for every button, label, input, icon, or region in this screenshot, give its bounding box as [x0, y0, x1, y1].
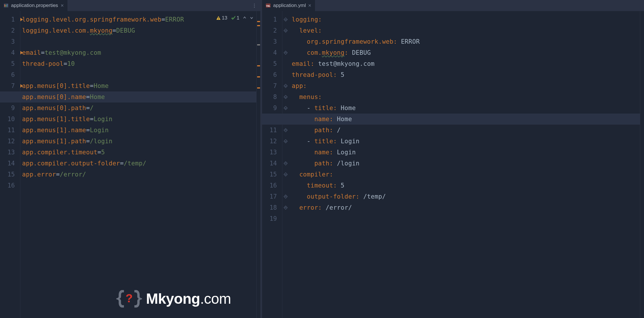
code-line[interactable]: [20, 180, 256, 191]
line-number[interactable]: 4: [0, 47, 20, 58]
line-number[interactable]: 12: [0, 136, 20, 147]
line-number[interactable]: 15: [262, 169, 282, 180]
code-line[interactable]: email=test@mkyong.com: [20, 47, 256, 58]
code-line[interactable]: app.menus[0].name=Home: [20, 91, 256, 103]
warning-marker[interactable]: [257, 87, 260, 89]
tab-overflow-icon[interactable]: ⋮: [249, 0, 260, 11]
tab-application-properties[interactable]: application.properties ✕: [0, 0, 68, 11]
fold-expand-icon[interactable]: [284, 172, 288, 176]
line-number[interactable]: 3: [0, 36, 20, 47]
code-line[interactable]: name: Login: [290, 147, 640, 158]
code-line[interactable]: timeout: 5: [290, 180, 640, 191]
code-line[interactable]: app.menus[1].title=Login: [20, 114, 256, 125]
fold-collapse-icon[interactable]: [284, 206, 288, 210]
fold-expand-icon[interactable]: [284, 95, 288, 99]
code-line[interactable]: output-folder: /temp/: [290, 191, 640, 202]
gutter-left[interactable]: 12345678910111213141516: [0, 11, 20, 318]
code-area-right[interactable]: logging: level: org.springframework.web:…: [290, 11, 640, 318]
line-number[interactable]: 6: [262, 69, 282, 80]
code-line[interactable]: name: Home: [290, 114, 640, 125]
line-number[interactable]: 5: [262, 58, 282, 69]
line-number[interactable]: 6: [0, 69, 20, 80]
inspections-widget[interactable]: 13 1: [215, 15, 255, 22]
fold-expand-icon[interactable]: [284, 139, 288, 143]
info-marker[interactable]: [257, 44, 260, 45]
fold-collapse-icon[interactable]: [284, 128, 288, 132]
line-number[interactable]: 2: [262, 25, 282, 36]
line-number[interactable]: 16: [262, 180, 282, 191]
code-line[interactable]: path: /login: [290, 158, 640, 169]
code-area-left[interactable]: logging.level.org.springframework.web=ER…: [20, 11, 256, 318]
fold-expand-icon[interactable]: [284, 84, 288, 88]
warnings-count[interactable]: 13: [216, 15, 227, 21]
fold-collapse-icon[interactable]: [284, 51, 288, 55]
code-line[interactable]: - title: Home: [290, 103, 640, 114]
line-number[interactable]: 13: [0, 147, 20, 158]
editor-right[interactable]: 12345678910111213141516171819 logging: l…: [262, 11, 644, 318]
code-line[interactable]: compiler:: [290, 169, 640, 180]
line-number[interactable]: 17: [262, 191, 282, 202]
fold-collapse-icon[interactable]: [284, 161, 288, 165]
line-number[interactable]: 11: [262, 125, 282, 136]
line-number[interactable]: 7: [262, 80, 282, 91]
line-number[interactable]: 19: [262, 213, 282, 224]
line-number[interactable]: 18: [262, 202, 282, 213]
fold-expand-icon[interactable]: [284, 106, 288, 110]
line-number[interactable]: 7: [0, 80, 20, 91]
gutter-right[interactable]: 12345678910111213141516171819: [262, 11, 282, 318]
close-tab-icon[interactable]: ✕: [308, 3, 312, 8]
line-number[interactable]: 14: [262, 158, 282, 169]
code-line[interactable]: org.springframework.web: ERROR: [290, 36, 640, 47]
editor-left[interactable]: 12345678910111213141516 logging.level.or…: [0, 11, 260, 318]
code-line[interactable]: email: test@mkyong.com: [290, 58, 640, 69]
code-line[interactable]: app.error=/error/: [20, 169, 256, 180]
line-number[interactable]: 10: [0, 114, 20, 125]
code-line[interactable]: level:: [290, 25, 640, 36]
line-number[interactable]: 3: [262, 36, 282, 47]
fold-expand-icon[interactable]: [284, 29, 288, 33]
line-number[interactable]: 15: [0, 169, 20, 180]
warning-marker[interactable]: [257, 21, 260, 22]
warning-marker[interactable]: [257, 76, 260, 77]
code-line[interactable]: logging:: [290, 14, 640, 25]
line-number[interactable]: 1: [0, 14, 20, 25]
warning-marker[interactable]: [257, 25, 260, 26]
tab-application-yml[interactable]: YML application.yml ✕: [262, 0, 315, 11]
code-line[interactable]: menus:: [290, 91, 640, 103]
fold-collapse-icon[interactable]: [284, 195, 288, 199]
marker-strip-left[interactable]: [256, 11, 260, 318]
code-line[interactable]: app.compiler.output-folder=/temp/: [20, 158, 256, 169]
close-tab-icon[interactable]: ✕: [61, 3, 64, 8]
code-line[interactable]: app.menus[1].path=/login: [20, 136, 256, 147]
marker-strip-right[interactable]: [640, 11, 644, 318]
line-number[interactable]: 2: [0, 25, 20, 36]
code-line[interactable]: [20, 69, 256, 80]
fold-strip[interactable]: [282, 11, 290, 318]
code-line[interactable]: app.menus[0].path=/: [20, 103, 256, 114]
code-line[interactable]: thread-pool=10: [20, 58, 256, 69]
code-line[interactable]: - title: Login: [290, 136, 640, 147]
code-line[interactable]: path: /: [290, 125, 640, 136]
code-line[interactable]: [290, 213, 640, 224]
code-line[interactable]: app.compiler.timeout=5: [20, 147, 256, 158]
code-line[interactable]: error: /error/: [290, 202, 640, 213]
line-number[interactable]: 13: [262, 147, 282, 158]
code-line[interactable]: [20, 36, 256, 47]
code-line[interactable]: app.menus[0].title=Home: [20, 80, 256, 91]
fold-expand-icon[interactable]: [284, 17, 288, 22]
line-number[interactable]: 4: [262, 47, 282, 58]
line-number[interactable]: 11: [0, 125, 20, 136]
next-highlight-icon[interactable]: [250, 16, 253, 20]
line-number[interactable]: 9: [0, 103, 20, 114]
code-line[interactable]: com.mkyong: DEBUG: [290, 47, 640, 58]
line-number[interactable]: 9: [262, 103, 282, 114]
passes-count[interactable]: 1: [231, 15, 239, 21]
line-number[interactable]: 14: [0, 158, 20, 169]
prev-highlight-icon[interactable]: [243, 16, 246, 20]
line-number[interactable]: 12: [262, 136, 282, 147]
line-number[interactable]: 5: [0, 58, 20, 69]
code-line[interactable]: logging.level.com.mkyong=DEBUG: [20, 25, 256, 36]
code-line[interactable]: app:: [290, 80, 640, 91]
code-line[interactable]: thread-pool: 5: [290, 69, 640, 80]
warning-marker[interactable]: [257, 65, 260, 66]
